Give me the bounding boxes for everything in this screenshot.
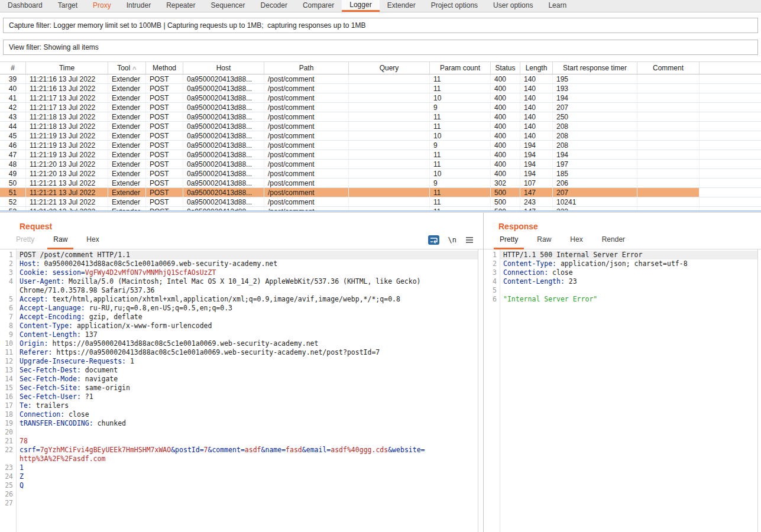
cell-path: /post/comment [264,141,349,150]
line-number: 20 [0,428,16,437]
cell-length: 140 [520,122,553,131]
cell-: 39 [0,74,26,83]
cell-comment [637,179,700,187]
tab-repeater[interactable]: Repeater [158,0,203,12]
response-tab-hex[interactable]: Hex [564,232,588,249]
line-number: 1 [484,251,500,259]
request-tab-pretty[interactable]: Pretty [10,232,40,249]
request-tab-raw[interactable]: Raw [47,232,73,249]
response-tab-render[interactable]: Render [596,232,631,249]
column-header-param-count[interactable]: Param count [430,62,491,74]
line-text: csrf=7gYzhMCiFvi4gBEyUEEk7HmHSHM7xWAO&po… [16,446,478,455]
cell-status: 500 [491,188,520,197]
cell-status: 400 [491,141,520,150]
line-text: Connection: close [16,410,478,419]
tab-proxy[interactable]: Proxy [85,0,119,12]
column-header-length[interactable]: Length [520,62,553,74]
tab-sequencer[interactable]: Sequencer [203,0,253,12]
request-line-27: 27 [0,499,478,508]
cell-length: 194 [520,141,553,150]
cell-path: /post/comment [264,188,349,197]
tab-learn[interactable]: Learn [540,0,574,12]
request-tab-hex[interactable]: Hex [80,232,105,249]
softwrap-icon[interactable] [428,235,439,245]
tab-target[interactable]: Target [50,0,85,12]
request-line-wrap: http%3A%2F%2Fasdf.com [0,455,478,463]
cell-query [349,131,430,140]
line-text: Q [16,481,478,490]
line-number: 4 [0,277,16,286]
cell-tool: Extender [108,160,146,168]
request-line-7: 7Accept-Encoding: gzip, deflate [0,313,478,322]
tab-comparer[interactable]: Comparer [295,0,342,12]
column-header-start-response-timer[interactable]: Start response timer [553,62,637,74]
cell-start-response-timer: 222 [553,207,637,210]
logger-row-51[interactable]: 5111:21:21 13 Jul 2022ExtenderPOST0a9500… [0,188,761,197]
tab-user-options[interactable]: User options [485,0,540,12]
tab-project-options[interactable]: Project options [423,0,485,12]
logger-row-52[interactable]: 5211:21:21 13 Jul 2022ExtenderPOST0a9500… [0,197,761,207]
cell-method: POST [146,74,183,83]
logger-row-47[interactable]: 4711:21:19 13 Jul 2022ExtenderPOST0a9500… [0,150,761,160]
line-text: Sec-Fetch-Site: same-origin [16,384,478,392]
cell-tool: Extender [108,141,146,150]
cell-tool: Extender [108,197,146,206]
tab-intruder[interactable]: Intruder [119,0,158,12]
column-header-row-number[interactable]: # [0,62,26,74]
cell-comment [637,141,700,150]
logger-row-46[interactable]: 4611:21:19 13 Jul 2022ExtenderPOST0a9500… [0,141,761,150]
cell-time: 11:21:16 13 Jul 2022 [26,74,108,83]
request-editor[interactable]: 1POST /post/comment HTTP/1.12Host: 0a950… [0,249,478,532]
cell-status: 400 [491,84,520,93]
column-header-host[interactable]: Host [183,62,264,74]
line-text: 78 [16,437,478,446]
tab-logger[interactable]: Logger [342,0,379,12]
capture-filter-bar[interactable]: Capture filter: Logger memory limit set … [3,18,758,33]
response-editor[interactable]: 1HTTP/1.1 500 Internal Server Error2Cont… [484,249,758,532]
column-header-path[interactable]: Path [264,62,349,74]
cell-: 49 [0,169,26,178]
newline-chars-icon[interactable]: \n [448,236,456,244]
response-tab-pretty[interactable]: Pretty [494,232,524,249]
cell-method: POST [146,84,183,93]
cell-query [349,74,430,83]
tab-dashboard[interactable]: Dashboard [0,0,50,12]
cell-start-response-timer: 194 [553,93,637,102]
cell-method: POST [146,103,183,112]
column-header-method[interactable]: Method [146,62,183,74]
line-text [16,428,478,437]
tab-decoder[interactable]: Decoder [253,0,295,12]
line-text: http%3A%2F%2Fasdf.com [16,455,478,463]
cell-comment [637,74,700,83]
line-number: 22 [0,446,16,455]
cell-start-response-timer: 193 [553,84,637,93]
column-header-query[interactable]: Query [349,62,430,74]
request-line-13: 13Sec-Fetch-Dest: document [0,366,478,375]
logger-row-48[interactable]: 4811:21:20 13 Jul 2022ExtenderPOST0a9500… [0,160,761,169]
logger-row-41[interactable]: 4111:21:17 13 Jul 2022ExtenderPOST0a9500… [0,93,761,103]
response-panel: Response PrettyRawHexRender 1HTTP/1.1 50… [484,213,761,532]
cell-method: POST [146,207,183,210]
view-filter-bar[interactable]: View filter: Showing all items [3,40,758,55]
column-header-time[interactable]: Time [26,62,108,74]
column-header-status[interactable]: Status [491,62,520,74]
response-tab-raw[interactable]: Raw [531,232,557,249]
cell-length: 140 [520,112,553,121]
logger-row-45[interactable]: 4511:21:19 13 Jul 2022ExtenderPOST0a9500… [0,131,761,141]
cell-start-response-timer: 194 [553,150,637,159]
column-header-tool[interactable]: Tool∧ [108,62,146,74]
logger-row-53[interactable]: 5311:21:22 13 Jul 2022ExtenderPOST0a9500… [0,207,761,210]
line-text: 1 [16,463,478,472]
logger-row-43[interactable]: 4311:21:18 13 Jul 2022ExtenderPOST0a9500… [0,112,761,122]
logger-row-42[interactable]: 4211:21:17 13 Jul 2022ExtenderPOST0a9500… [0,103,761,112]
logger-row-39[interactable]: 3911:21:16 13 Jul 2022ExtenderPOST0a9500… [0,74,761,84]
logger-row-50[interactable]: 5011:21:21 13 Jul 2022ExtenderPOST0a9500… [0,179,761,188]
column-header-comment[interactable]: Comment [637,62,700,74]
logger-row-40[interactable]: 4011:21:16 13 Jul 2022ExtenderPOST0a9500… [0,84,761,93]
line-text: Connection: close [500,268,757,277]
editor-menu-icon[interactable] [465,236,474,244]
cell-method: POST [146,122,183,131]
logger-row-49[interactable]: 4911:21:20 13 Jul 2022ExtenderPOST0a9500… [0,169,761,179]
logger-row-44[interactable]: 4411:21:18 13 Jul 2022ExtenderPOST0a9500… [0,122,761,131]
tab-extender[interactable]: Extender [380,0,423,12]
